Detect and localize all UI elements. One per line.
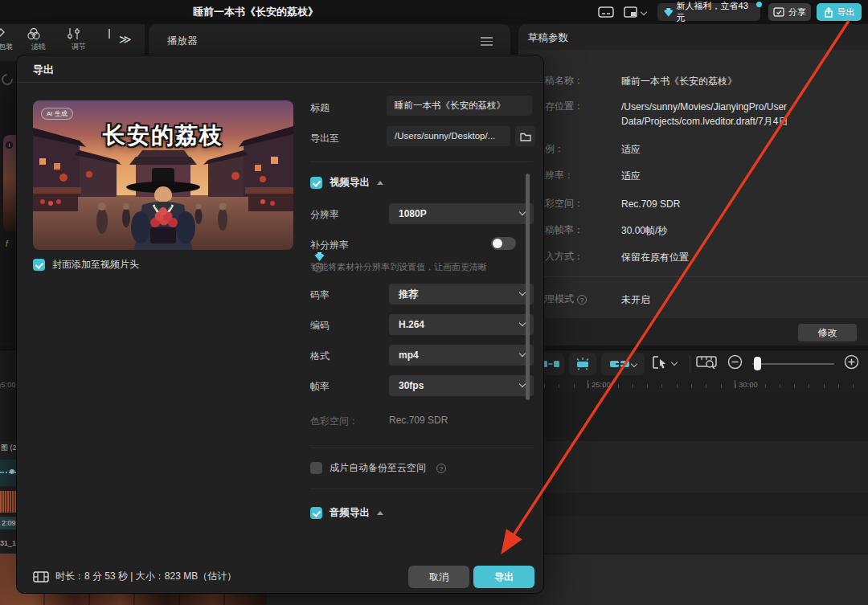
notification-dot [756,2,762,7]
export-button-top[interactable]: 导出 [817,3,862,21]
export-path-input[interactable]: /Users/sunny/Desktop/... [387,126,510,146]
fps-label: 帧率 [310,380,330,394]
preview-axis-button[interactable] [696,354,717,370]
layout-chevron-icon[interactable] [641,9,647,15]
help-icon[interactable]: ? [436,464,446,473]
browse-folder-button[interactable] [515,126,535,146]
film-icon [33,570,49,583]
export-path-label: 导出至 [310,132,339,145]
toolbar-item-adjust[interactable]: 调节 [67,27,91,52]
toolbar-expand-button[interactable]: ≫ [119,32,130,47]
cancel-button[interactable]: 取消 [408,566,469,588]
select-tool-button[interactable] [651,354,677,370]
duration-size-text: 时长：8 分 53 秒 | 大小：823 MB（估计） [55,570,236,583]
proxy-mode-value: 未开启 [621,292,862,307]
toolbar-item-label: 滤镜 [27,42,51,52]
snap-icon [542,359,559,369]
collapse-icon[interactable] [377,511,383,515]
modify-button[interactable]: 修改 [798,324,857,341]
codec-label: 编码 [310,319,330,333]
format-label: 格式 [310,350,330,363]
cover-title-text: 长安的荔枝 [33,121,293,151]
draft-location-value: /Users/sunny/Movies/JianyingPro/User Dat… [621,100,862,129]
title-input[interactable]: 睡前一本书《长安的荔枝》 [387,96,532,116]
link-button[interactable] [601,353,645,375]
zoom-in-icon [844,354,859,370]
codec-dropdown[interactable]: H.264 [389,314,534,335]
timeline-zoom-slider[interactable] [752,363,834,365]
cover-preview[interactable]: AI 生成 长安的荔枝 [33,100,293,250]
super-resolution-toggle[interactable] [491,237,516,250]
resolution-dropdown[interactable]: 1080P [389,203,534,224]
toolbar-item-label: 包装 [0,42,18,52]
colorspace-label: 色彩空间： [310,415,358,428]
info-icon: i [6,141,13,149]
draft-name-value: 睡前一本书《长安的荔枝》 [621,74,862,88]
export-dialog: 导出 [16,55,544,594]
format-dropdown[interactable]: mp4 [389,345,534,366]
select-tool-chevron-icon [671,359,678,366]
vip-benefit-button[interactable]: 新人福利，立省43元 [657,3,760,21]
timeline-zoom-slider-knob[interactable] [754,357,761,370]
chevron-down-icon [519,381,526,387]
toolbar-divider [690,355,690,373]
player-menu-icon[interactable] [481,37,493,48]
auto-snap-button[interactable] [569,353,596,375]
diamond-icon [314,252,325,261]
toolbar-item-filter[interactable]: 滤镜 [27,27,51,52]
folder-icon [520,132,531,141]
draft-panel-header: 草稿参数 [518,24,868,50]
media-library-panel: i f [0,61,16,345]
video-export-section[interactable]: 视频导出 [310,176,383,190]
share-icon [773,7,784,17]
ruler-label-30: 30:00 [739,380,758,389]
super-resolution-hint: 智能将素材补分辨率到设置值，让画面更清晰 [310,261,487,273]
vip-benefit-label: 新人福利，立省43元 [677,0,754,24]
bitrate-dropdown[interactable]: 推荐 [389,284,534,305]
filter-icon [27,27,41,40]
dialog-scrollbar[interactable] [526,174,530,400]
title-field-label: 标题 [310,101,330,115]
draft-panel-footer: 修改 [518,318,868,345]
toolbar-item-decor[interactable]: 包装 [0,27,18,52]
loading-spinner-icon [0,72,15,88]
cloud-backup-label: 成片自动备份至云空间 [330,461,426,475]
adjust-icon [67,27,81,40]
bitrate-label: 码率 [310,288,330,302]
media-filename-fragment: f [6,239,8,248]
audio-export-checkbox[interactable] [310,507,322,519]
menubar: 睡前一本书《长安的荔枝》 新人福利，立省43元 分享 导出 [0,0,868,24]
audio-export-section[interactable]: 音频导出 [310,506,383,520]
media-thumbnail[interactable]: i [3,135,16,231]
layout-icon[interactable] [624,6,637,18]
draft-resolution-value: 适应 [621,169,862,183]
share-button[interactable]: 分享 [768,3,811,21]
video-export-label: 视频导出 [330,176,370,190]
cover-intro-checkbox[interactable] [33,259,45,271]
diamond-icon [664,8,674,17]
cover-intro-option[interactable]: 封面添加至视频片头 [33,258,139,272]
sticker-clip-label: 图 (2 [1,443,17,453]
fps-dropdown[interactable]: 30fps [389,375,534,396]
export-confirm-button[interactable]: 导出 [473,566,534,588]
draft-params-panel: 草稿参数 草稿名称：睡前一本书《长安的荔枝》 保存位置：/Users/sunny… [518,24,868,345]
zoom-out-icon [727,354,743,370]
cover-intro-label: 封面添加至视频片头 [52,258,139,272]
collapse-icon[interactable] [377,181,383,185]
auto-snap-icon [574,358,592,370]
link-icon [610,359,629,369]
audio-waveform-clip[interactable] [0,488,16,516]
chevron-down-icon [519,289,526,296]
help-icon[interactable]: ? [577,295,587,305]
audio-effect-clip[interactable] [0,460,16,486]
cloud-backup-checkbox[interactable] [310,462,322,474]
cloud-backup-option[interactable]: 成片自动备份至云空间 ? [310,461,446,475]
share-label: 分享 [788,6,806,18]
project-title: 睡前一本书《长安的荔枝》 [193,0,318,24]
zoom-in-button[interactable] [844,354,859,370]
zoom-out-button[interactable] [727,354,743,370]
cursor-icon [651,354,669,370]
video-export-checkbox[interactable] [310,177,322,189]
dialog-header-divider [17,82,543,83]
captions-icon[interactable] [598,6,614,18]
